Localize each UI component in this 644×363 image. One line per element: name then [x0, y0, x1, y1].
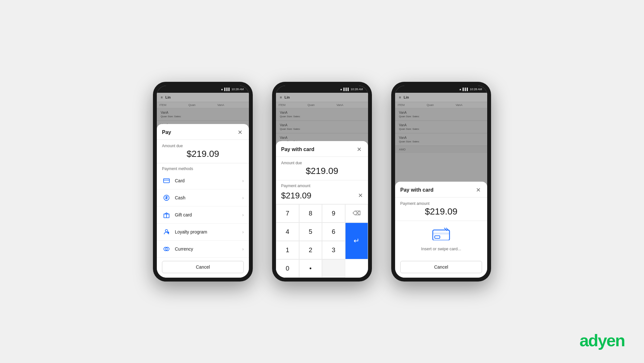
cash-chevron-icon: › — [242, 195, 244, 200]
svg-rect-9 — [433, 230, 450, 240]
signal-icon-2: ▌▌▌ — [344, 88, 350, 91]
dialog-header-2: Pay with card ✕ — [276, 141, 368, 157]
phone-3: ▲ ▌▌▌ 10:28 AM ≡ Lin ITEMQuanVanA VanAQu… — [391, 82, 491, 282]
wifi-icon: ▲ — [221, 88, 223, 91]
svg-rect-11 — [435, 236, 440, 238]
method-cash-label: Cash — [175, 195, 242, 200]
time-1: 10:28 AM — [232, 88, 244, 91]
amount-section-2: Amount due $219.09 — [276, 157, 368, 180]
payment-amount-value: $219.09 — [281, 191, 311, 201]
pay-with-card-dialog: Pay with card ✕ Amount due $219.09 Payme… — [276, 141, 368, 278]
backspace-key[interactable]: ⌫ — [345, 204, 368, 223]
cash-icon — [162, 193, 171, 202]
close-button-3[interactable]: ✕ — [474, 186, 482, 194]
time-3: 10:28 AM — [470, 88, 482, 91]
svg-point-4 — [165, 229, 167, 232]
key-2[interactable]: 2 — [299, 241, 322, 259]
status-bar-3: ▲ ▌▌▌ 10:28 AM — [395, 86, 487, 93]
amount-value-2: $219.09 — [281, 166, 363, 176]
method-loyalty[interactable]: $ Loyalty program › — [157, 224, 249, 241]
wifi-icon-2: ▲ — [340, 88, 343, 91]
key-empty — [322, 259, 345, 278]
gift-chevron-icon: › — [242, 212, 244, 217]
phone-2: ▲ ▌▌▌ 10:28 AM ≡ Lin ITEMQuanVanA VanAQu… — [272, 82, 372, 282]
key-5[interactable]: 5 — [299, 223, 322, 241]
card-chevron-icon: › — [242, 178, 244, 183]
card-icon — [162, 176, 171, 185]
pay-dialog: Pay ✕ Amount due $219.09 Payment methods — [157, 124, 249, 278]
method-gift[interactable]: Gift card › — [157, 206, 249, 224]
dialog-header-1: Pay ✕ — [157, 124, 249, 140]
status-bar-1: ▲ ▌▌▌ 10:28 AM — [157, 86, 249, 93]
loyalty-chevron-icon: › — [242, 229, 244, 234]
key-8[interactable]: 8 — [299, 204, 322, 223]
currency-icon — [162, 244, 171, 253]
card-insert-text: Insert or swipe card... — [421, 246, 461, 251]
bg-content-3: ≡ Lin ITEMQuanVanA VanAQuan Size: Sales:… — [395, 93, 487, 278]
dialog-title-3: Pay with card — [400, 187, 433, 193]
method-currency[interactable]: Currency › — [157, 241, 249, 258]
key-1[interactable]: 1 — [276, 241, 299, 259]
method-cash[interactable]: Cash › — [157, 189, 249, 206]
phone-1: ▲ ▌▌▌ 10:28 AM ≡ Lin ITEMQuanVanA VanAQu… — [153, 82, 253, 282]
time-2: 10:28 AM — [351, 88, 363, 91]
method-currency-label: Currency — [175, 246, 242, 252]
payment-methods-label: Payment methods — [157, 163, 249, 172]
adyen-logo: adyen — [580, 331, 625, 350]
method-gift-label: Gift card — [175, 212, 242, 217]
key-9[interactable]: 9 — [322, 204, 345, 223]
dialog-header-3: Pay with card ✕ — [395, 182, 487, 197]
adyen-logo-text: adyen — [580, 331, 625, 350]
status-bar-2: ▲ ▌▌▌ 10:28 AM — [276, 86, 368, 93]
currency-chevron-icon: › — [242, 246, 244, 252]
amount-value-1: $219.09 — [162, 149, 244, 159]
key-dot[interactable]: • — [299, 259, 322, 278]
svg-rect-0 — [164, 178, 169, 183]
card-insert-dialog: Pay with card ✕ Payment amount $219.09 — [395, 182, 487, 278]
amount-value-3: $219.09 — [400, 206, 482, 217]
payment-amount-row: $219.09 ✕ — [276, 189, 368, 204]
amount-section-1: Amount due $219.09 — [157, 140, 249, 163]
dialog-title-2: Pay with card — [281, 147, 314, 152]
amount-section-3: Payment amount $219.09 — [395, 197, 487, 221]
close-button-1[interactable]: ✕ — [236, 129, 244, 136]
enter-key[interactable]: ↵ — [345, 223, 368, 259]
signal-icon-3: ▌▌▌ — [463, 88, 469, 91]
key-0[interactable]: 0 — [276, 259, 299, 278]
method-loyalty-label: Loyalty program — [175, 229, 242, 234]
signal-icon: ▌▌▌ — [224, 88, 231, 91]
key-7[interactable]: 7 — [276, 204, 299, 223]
dialog-overlay-3: Pay with card ✕ Payment amount $219.09 — [395, 93, 487, 278]
wifi-icon-3: ▲ — [459, 88, 462, 91]
dialog-overlay-1: Pay ✕ Amount due $219.09 Payment methods — [157, 93, 249, 278]
gift-icon — [162, 210, 171, 219]
method-card-label: Card — [175, 178, 242, 183]
amount-label-1: Amount due — [162, 144, 244, 148]
numpad: 7 8 9 ⌫ 4 5 6 ↵ 1 2 3 0 • — [276, 204, 368, 278]
loyalty-icon: $ — [162, 227, 171, 236]
close-button-2[interactable]: ✕ — [355, 146, 363, 153]
cancel-button-1[interactable]: Cancel — [162, 261, 244, 273]
clear-button[interactable]: ✕ — [358, 192, 363, 199]
payment-amount-label-3: Payment amount — [400, 201, 482, 206]
svg-rect-10 — [433, 233, 450, 234]
scene: ▲ ▌▌▌ 10:28 AM ≡ Lin ITEMQuanVanA VanAQu… — [0, 0, 644, 363]
key-3[interactable]: 3 — [322, 241, 345, 259]
svg-text:$: $ — [168, 232, 168, 233]
card-reader-icon — [432, 227, 450, 243]
dialog-overlay-2: Pay with card ✕ Amount due $219.09 Payme… — [276, 93, 368, 278]
cancel-button-3[interactable]: Cancel — [400, 261, 482, 273]
bg-content-1: ≡ Lin ITEMQuanVanA VanAQuan Size: Sales:… — [157, 93, 249, 278]
payment-amount-label-2: Payment amount — [276, 180, 368, 189]
key-4[interactable]: 4 — [276, 223, 299, 241]
bg-content-2: ≡ Lin ITEMQuanVanA VanAQuan Size: Sales:… — [276, 93, 368, 278]
method-card[interactable]: Card › — [157, 172, 249, 189]
card-insert-section: Insert or swipe card... — [395, 221, 487, 258]
dialog-title-1: Pay — [162, 129, 171, 135]
key-6[interactable]: 6 — [322, 223, 345, 241]
amount-label-2: Amount due — [281, 161, 363, 165]
